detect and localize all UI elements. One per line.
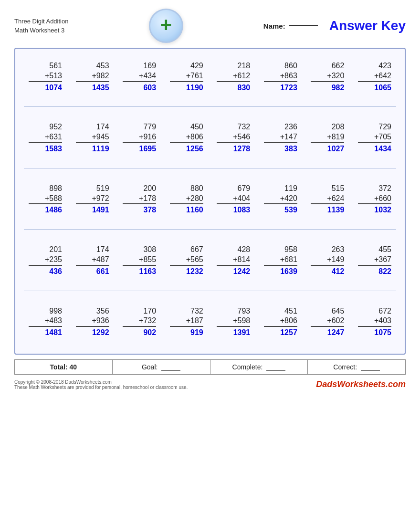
- problem-3-8: 372 +660 1032: [358, 184, 391, 215]
- num2: +280: [186, 194, 203, 204]
- problem-3-3: 200 +178 378: [123, 184, 156, 215]
- answer: 1163: [123, 265, 156, 277]
- answer: 1292: [76, 326, 109, 338]
- plus-sign: +: [160, 15, 172, 35]
- title2: Math Worksheet 3: [14, 26, 68, 35]
- answer: 1190: [170, 81, 203, 93]
- copyright-bar: Copyright © 2008-2018 DadsWorksheets.com…: [14, 378, 406, 391]
- num1: 200: [143, 184, 156, 194]
- answer: 661: [76, 265, 109, 277]
- problem-2-6: 236 +147 383: [264, 122, 297, 154]
- num2: +178: [139, 194, 156, 204]
- num2: +187: [186, 316, 203, 326]
- num1: 372: [378, 184, 391, 194]
- problem-5-6: 451 +806 1257: [264, 306, 297, 338]
- num1: 453: [96, 61, 109, 71]
- answer: 1639: [264, 265, 297, 277]
- num1: 880: [190, 184, 203, 194]
- problem-5-7: 645 +602 1247: [311, 306, 344, 338]
- answer: 1083: [217, 203, 250, 215]
- num2: +814: [233, 255, 250, 265]
- problem-4-6: 958 +681 1639: [264, 245, 297, 276]
- num2: +624: [327, 194, 344, 204]
- answer: 1242: [217, 265, 250, 277]
- answer: 1695: [123, 142, 156, 154]
- problem-row-1: 561 +513 1074 453 +982 1435 169 +434 603…: [24, 53, 396, 99]
- num1: 793: [238, 306, 251, 316]
- problem-1-6: 860 +863 1723: [264, 61, 297, 93]
- num2: +642: [374, 71, 391, 81]
- problem-2-8: 729 +705 1434: [358, 122, 391, 154]
- num1: 779: [143, 122, 156, 132]
- answer: 1139: [311, 203, 344, 215]
- num1: 356: [96, 306, 109, 316]
- answer: 1065: [358, 81, 391, 93]
- num2: +235: [45, 255, 62, 265]
- problem-4-5: 428 +814 1242: [217, 245, 250, 276]
- num1: 428: [238, 245, 251, 255]
- worksheet-box: 561 +513 1074 453 +982 1435 169 +434 603…: [14, 48, 406, 355]
- problem-3-1: 898 +588 1486: [29, 184, 62, 215]
- correct-cell: Correct:: [308, 360, 405, 374]
- answer: 378: [123, 203, 156, 215]
- num1: 455: [378, 245, 391, 255]
- num1: 450: [190, 122, 203, 132]
- answer: 1032: [358, 203, 391, 215]
- num2: +855: [139, 255, 156, 265]
- answer: 1434: [358, 142, 391, 154]
- problem-5-1: 998 +483 1481: [29, 306, 62, 338]
- answer: 1257: [264, 326, 297, 338]
- goal-label: Goal:: [142, 363, 158, 371]
- problem-2-3: 779 +916 1695: [123, 122, 156, 154]
- problem-3-2: 519 +972 1491: [76, 184, 109, 215]
- num2: +681: [280, 255, 297, 265]
- num2: +420: [280, 194, 297, 204]
- num2: +945: [92, 132, 109, 142]
- num1: 515: [332, 184, 345, 194]
- num2: +819: [327, 132, 344, 142]
- num1: 263: [332, 245, 345, 255]
- num2: +149: [327, 255, 344, 265]
- num1: 169: [143, 61, 156, 71]
- num1: 672: [378, 306, 391, 316]
- goal-cell: Goal:: [113, 360, 210, 374]
- goal-line: [161, 370, 180, 371]
- answer: 412: [311, 265, 344, 277]
- header: Three Digit Addition Math Worksheet 3 + …: [14, 9, 406, 43]
- num1: 860: [284, 61, 297, 71]
- num2: +936: [92, 316, 109, 326]
- problem-1-5: 218 +612 830: [217, 61, 250, 93]
- problem-3-5: 679 +404 1083: [217, 184, 250, 215]
- problem-1-3: 169 +434 603: [123, 61, 156, 93]
- num2: +631: [45, 132, 62, 142]
- num2: +982: [92, 71, 109, 81]
- num2: +403: [374, 316, 391, 326]
- num1: 561: [49, 61, 62, 71]
- dads-logo: DadsWorksheets.com: [316, 379, 406, 389]
- answer-key-label: Answer Key: [329, 18, 406, 33]
- complete-cell: Complete:: [210, 360, 308, 374]
- dads-logo-text: DadsWorksheets.com: [316, 379, 406, 389]
- num2: +367: [374, 255, 391, 265]
- num1: 952: [49, 122, 62, 132]
- num1: 898: [49, 184, 62, 194]
- problem-2-5: 732 +546 1278: [217, 122, 250, 154]
- answer: 383: [264, 142, 297, 154]
- plus-icon: +: [149, 9, 183, 43]
- num1: 429: [190, 61, 203, 71]
- problem-5-5: 793 +598 1391: [217, 306, 250, 338]
- answer: 539: [264, 203, 297, 215]
- num2: +806: [186, 132, 203, 142]
- answer: 1435: [76, 81, 109, 93]
- problem-4-8: 455 +367 822: [358, 245, 391, 276]
- footer-bar: Total: 40 Goal: Complete: Correct:: [14, 359, 406, 375]
- problem-row-2: 952 +631 1583 174 +945 1119 779 +916 169…: [24, 115, 396, 160]
- num2: +598: [233, 316, 250, 326]
- answer: 982: [311, 81, 344, 93]
- num1: 119: [284, 184, 297, 194]
- num1: 729: [378, 122, 391, 132]
- problem-row-3: 898 +588 1486 519 +972 1491 200 +178 378…: [24, 176, 396, 221]
- problem-5-2: 356 +936 1292: [76, 306, 109, 338]
- num2: +147: [280, 132, 297, 142]
- num2: +732: [139, 316, 156, 326]
